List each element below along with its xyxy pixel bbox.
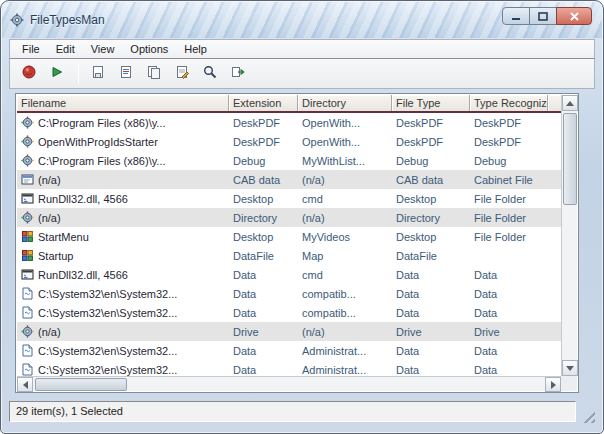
filename-text: StartMenu <box>38 231 89 243</box>
cell-extension: Debug <box>229 155 298 167</box>
cell-extension: Directory <box>229 212 298 224</box>
cell-type-recognized: Data <box>470 345 548 357</box>
column-header-extension[interactable]: Extension <box>229 95 298 111</box>
table-row[interactable]: StartupDataFileMapDataFile <box>17 246 561 265</box>
cell-type-recognized: DeskPDF <box>470 136 548 148</box>
filename-text: (n/a) <box>38 174 61 186</box>
menu-item-file[interactable]: File <box>14 41 48 57</box>
table-row[interactable]: (n/a)Drive(n/a)DriveDrive <box>17 322 561 341</box>
gear-icon <box>21 211 34 224</box>
table-row[interactable]: C:\System32\en\System32...DataAdministra… <box>17 341 561 360</box>
scroll-right-button[interactable] <box>545 377 561 392</box>
gear-icon <box>21 135 34 148</box>
doc-icon <box>21 363 34 376</box>
save-button[interactable] <box>85 62 111 86</box>
app-icon <box>10 13 24 27</box>
table-row[interactable]: C:\System32\en\System32...DataAdministra… <box>17 360 561 376</box>
properties-button[interactable] <box>169 62 195 86</box>
filename-text: RunDll32.dll, 4566 <box>38 269 128 281</box>
window-icon <box>21 173 34 186</box>
filename-text: C:\System32\en\System32... <box>38 345 177 357</box>
cell-directory: Administrat... <box>298 364 392 376</box>
vertical-scroll-thumb[interactable] <box>563 113 577 205</box>
title-bar[interactable]: FileTypesMan <box>2 2 602 38</box>
vertical-scrollbar[interactable] <box>561 95 577 376</box>
app-icon <box>21 249 34 262</box>
menu-item-help[interactable]: Help <box>176 41 215 57</box>
table-row[interactable]: C:\Program Files (x86)\y...DeskPDFOpenWi… <box>17 113 561 132</box>
cell-extension: CAB data <box>229 174 298 186</box>
app-icon <box>21 230 34 243</box>
scrollbar-corner <box>561 376 577 391</box>
table-body: C:\Program Files (x86)\y...DeskPDFOpenWi… <box>17 113 561 376</box>
table-row[interactable]: C:\System32\en\System32...Datacompatib..… <box>17 284 561 303</box>
cell-directory: MyWithList... <box>298 155 392 167</box>
filename-text: (n/a) <box>38 326 61 338</box>
gear-icon <box>21 325 34 338</box>
cell-file-type: DeskPDF <box>392 117 470 129</box>
scroll-down-button[interactable] <box>562 360 578 376</box>
app-window: FileTypesMan FileEditViewOptionsHelp Fil… <box>0 0 604 434</box>
horizontal-scroll-thumb[interactable] <box>35 378 127 391</box>
filename-text: C:\Program Files (x86)\y... <box>38 155 166 167</box>
cell-filename: RunDll32.dll, 4566 <box>17 192 229 205</box>
cell-filename: C:\Program Files (x86)\y... <box>17 154 229 167</box>
table-row[interactable]: C:\System32\en\System32...Datacompatib..… <box>17 303 561 322</box>
table-row[interactable]: OpenWithProgIdsStarterDeskPDFOpenWith...… <box>17 132 561 151</box>
filename-text: OpenWithProgIdsStarter <box>38 136 158 148</box>
column-header-file-type[interactable]: File Type <box>392 95 470 111</box>
column-header-filename[interactable]: Filename <box>17 95 229 111</box>
scroll-left-button[interactable] <box>17 377 33 392</box>
resize-grip[interactable] <box>580 408 595 423</box>
menu-item-edit[interactable]: Edit <box>48 41 83 57</box>
copy-button[interactable] <box>141 62 167 86</box>
cell-type-recognized: Data <box>470 364 548 376</box>
horizontal-scrollbar[interactable] <box>17 376 561 391</box>
minimize-button[interactable] <box>502 7 530 25</box>
stop-icon <box>21 64 37 83</box>
cell-filename: C:\Program Files (x86)\y... <box>17 116 229 129</box>
cell-directory: (n/a) <box>298 174 392 186</box>
cell-directory: Administrat... <box>298 345 392 357</box>
gear-icon <box>21 116 34 129</box>
table-row[interactable]: C:\Program Files (x86)\y...DebugMyWithLi… <box>17 151 561 170</box>
cell-type-recognized: Data <box>470 288 548 300</box>
doc-icon <box>21 344 34 357</box>
status-field: 29 item(s), 1 Selected <box>9 401 576 422</box>
cell-filename: (n/a) <box>17 173 229 186</box>
cell-extension: Drive <box>229 326 298 338</box>
report-button[interactable] <box>113 62 139 86</box>
column-header-type-recognized[interactable]: Type Recognized <box>470 95 548 111</box>
cell-type-recognized: File Folder <box>470 212 548 224</box>
cell-directory: compatib... <box>298 288 392 300</box>
doc-icon <box>21 306 34 319</box>
menu-item-view[interactable]: View <box>83 41 123 57</box>
cell-extension: DeskPDF <box>229 117 298 129</box>
cell-directory: compatib... <box>298 307 392 319</box>
cell-filename: (n/a) <box>17 211 229 224</box>
scroll-up-button[interactable] <box>562 95 578 111</box>
export-button[interactable] <box>225 62 251 86</box>
window-title: FileTypesMan <box>30 13 105 27</box>
table-row[interactable]: RunDll32.dll, 4566DesktopcmdDesktopFile … <box>17 189 561 208</box>
table-row[interactable]: (n/a)CAB data(n/a)CAB dataCabinet File <box>17 170 561 189</box>
maximize-button[interactable] <box>529 7 557 25</box>
find-button[interactable] <box>197 62 223 86</box>
menu-item-options[interactable]: Options <box>122 41 176 57</box>
cell-file-type: Data <box>392 364 470 376</box>
table-row[interactable]: (n/a)Directory(n/a)DirectoryFile Folder <box>17 208 561 227</box>
cell-type-recognized: Cabinet File <box>470 174 548 186</box>
cell-directory: OpenWith... <box>298 136 392 148</box>
save-icon <box>90 64 106 83</box>
start-button[interactable] <box>44 62 70 86</box>
stop-button[interactable] <box>16 62 42 86</box>
export-icon <box>230 64 246 83</box>
find-icon <box>202 64 218 83</box>
column-header-directory[interactable]: Directory <box>298 95 392 111</box>
cell-extension: Data <box>229 364 298 376</box>
table-row[interactable]: StartMenuDesktopMyVideosDesktopFile Fold… <box>17 227 561 246</box>
cell-filename: C:\System32\en\System32... <box>17 344 229 357</box>
close-button[interactable] <box>556 7 592 25</box>
table-row[interactable]: RunDll32.dll, 4566DatacmdDataData <box>17 265 561 284</box>
close-icon <box>570 7 579 25</box>
